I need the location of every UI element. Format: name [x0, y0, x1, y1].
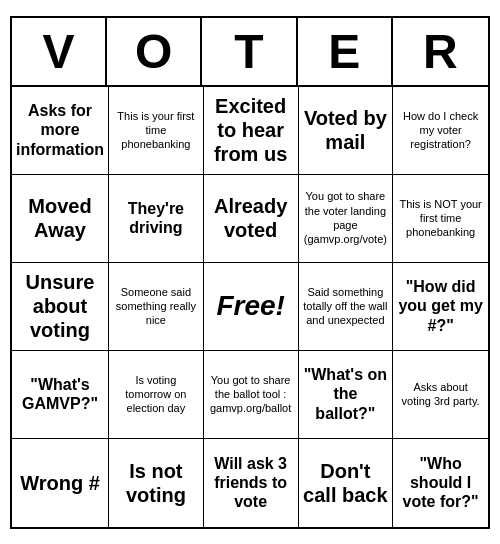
- cell-label: This is NOT your first time phonebanking: [397, 197, 484, 240]
- bingo-cell[interactable]: "Who should I vote for?": [393, 439, 488, 527]
- header-letter: R: [393, 18, 488, 85]
- cell-label: How do I check my voter registration?: [397, 109, 484, 152]
- bingo-cell[interactable]: Moved Away: [12, 175, 109, 263]
- cell-label: Don't call back: [303, 459, 389, 507]
- bingo-cell[interactable]: You got to share the ballot tool : gamvp…: [204, 351, 299, 439]
- cell-label: Will ask 3 friends to vote: [208, 454, 294, 512]
- cell-label: They're driving: [113, 199, 199, 237]
- bingo-cell[interactable]: "What's on the ballot?": [299, 351, 394, 439]
- header-letter: V: [12, 18, 107, 85]
- cell-label: Wrong #: [20, 471, 100, 495]
- bingo-cell[interactable]: Someone said something really nice: [109, 263, 204, 351]
- bingo-cell[interactable]: Already voted: [204, 175, 299, 263]
- cell-label: You got to share the voter landing page …: [303, 189, 389, 246]
- bingo-cell[interactable]: "What's GAMVP?": [12, 351, 109, 439]
- cell-label: Someone said something really nice: [113, 285, 199, 328]
- cell-label: You got to share the ballot tool : gamvp…: [208, 373, 294, 416]
- cell-label: "How did you get my #?": [397, 277, 484, 335]
- bingo-cell[interactable]: Will ask 3 friends to vote: [204, 439, 299, 527]
- bingo-cell[interactable]: Wrong #: [12, 439, 109, 527]
- bingo-cell[interactable]: Asks about voting 3rd party.: [393, 351, 488, 439]
- bingo-cell[interactable]: Is voting tomorrow on election day: [109, 351, 204, 439]
- bingo-cell[interactable]: Excited to hear from us: [204, 87, 299, 175]
- bingo-cell[interactable]: Free!: [204, 263, 299, 351]
- bingo-cell[interactable]: Don't call back: [299, 439, 394, 527]
- cell-label: Asks about voting 3rd party.: [397, 380, 484, 409]
- bingo-cell[interactable]: This is your first time phonebanking: [109, 87, 204, 175]
- cell-label: "What's on the ballot?": [303, 365, 389, 423]
- cell-label: Excited to hear from us: [208, 94, 294, 166]
- bingo-cell[interactable]: You got to share the voter landing page …: [299, 175, 394, 263]
- bingo-cell[interactable]: This is NOT your first time phonebanking: [393, 175, 488, 263]
- bingo-cell[interactable]: Said something totally off the wall and …: [299, 263, 394, 351]
- header-letter: T: [202, 18, 297, 85]
- cell-label: "What's GAMVP?": [16, 375, 104, 413]
- cell-label: Voted by mail: [303, 106, 389, 154]
- bingo-cell[interactable]: Asks for more information: [12, 87, 109, 175]
- cell-label: Said something totally off the wall and …: [303, 285, 389, 328]
- cell-label: Asks for more information: [16, 101, 104, 159]
- bingo-cell[interactable]: How do I check my voter registration?: [393, 87, 488, 175]
- bingo-cell[interactable]: Unsure about voting: [12, 263, 109, 351]
- bingo-header: VOTER: [12, 18, 488, 87]
- bingo-cell[interactable]: Voted by mail: [299, 87, 394, 175]
- bingo-cell[interactable]: They're driving: [109, 175, 204, 263]
- bingo-cell[interactable]: Is not voting: [109, 439, 204, 527]
- bingo-grid: Asks for more informationThis is your fi…: [12, 87, 488, 527]
- bingo-cell[interactable]: "How did you get my #?": [393, 263, 488, 351]
- header-letter: E: [298, 18, 393, 85]
- cell-label: "Who should I vote for?": [397, 454, 484, 512]
- cell-label: Is voting tomorrow on election day: [113, 373, 199, 416]
- bingo-card: VOTER Asks for more informationThis is y…: [10, 16, 490, 529]
- cell-label: Is not voting: [113, 459, 199, 507]
- header-letter: O: [107, 18, 202, 85]
- cell-label: Free!: [216, 288, 284, 324]
- cell-label: Moved Away: [16, 194, 104, 242]
- cell-label: Already voted: [208, 194, 294, 242]
- cell-label: Unsure about voting: [16, 270, 104, 342]
- cell-label: This is your first time phonebanking: [113, 109, 199, 152]
